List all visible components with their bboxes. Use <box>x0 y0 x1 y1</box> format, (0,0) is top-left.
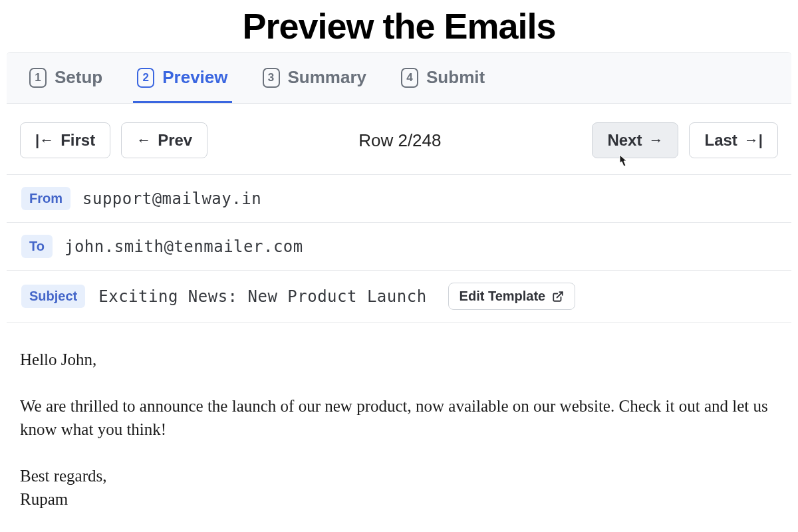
from-value: support@mailway.in <box>82 190 261 208</box>
to-value: john.smith@tenmailer.com <box>65 237 303 256</box>
last-icon: →| <box>744 133 763 148</box>
tab-summary[interactable]: 3 Summary <box>259 53 371 103</box>
tab-submit[interactable]: 4 Submit <box>397 53 489 103</box>
email-body-block: Hello John, We are thrilled to announce … <box>7 322 791 524</box>
tab-label: Preview <box>162 67 227 88</box>
pagination-row: |← First ← Prev Row 2/248 Next → Last →| <box>0 104 798 174</box>
prev-label: Prev <box>158 131 192 150</box>
step-number-badge: 2 <box>137 68 154 88</box>
first-label: First <box>61 131 95 150</box>
tab-label: Setup <box>55 67 102 88</box>
row-current: 2 <box>398 130 407 150</box>
last-button[interactable]: Last →| <box>689 122 778 158</box>
page-title: Preview the Emails <box>0 5 798 47</box>
to-label: To <box>21 235 53 258</box>
nav-group-right: Next → Last →| <box>592 122 778 158</box>
svg-line-0 <box>557 292 563 297</box>
row-total: 248 <box>412 130 441 150</box>
edit-template-label: Edit Template <box>460 289 546 304</box>
nav-group-left: |← First ← Prev <box>20 122 207 158</box>
subject-value: Exciting News: New Product Launch <box>98 287 426 306</box>
wizard-tabs-row: 1 Setup 2 Preview 3 Summary 4 Submit <box>25 53 773 103</box>
wizard-steps: 1 Setup 2 Preview 3 Summary 4 Submit <box>7 52 791 104</box>
last-label: Last <box>704 131 737 150</box>
row-prefix: Row <box>358 130 398 150</box>
from-row: From support@mailway.in <box>7 174 791 222</box>
from-label: From <box>21 187 70 210</box>
next-button[interactable]: Next → <box>592 122 678 158</box>
tab-label: Summary <box>288 67 367 88</box>
step-number-badge: 4 <box>401 68 418 88</box>
row-indicator: Row 2/248 <box>358 130 441 151</box>
edit-template-button[interactable]: Edit Template <box>448 283 576 310</box>
first-button[interactable]: |← First <box>20 122 110 158</box>
email-body: Hello John, We are thrilled to announce … <box>20 348 778 511</box>
step-number-badge: 3 <box>263 68 280 88</box>
tab-preview[interactable]: 2 Preview <box>133 53 231 103</box>
subject-label: Subject <box>21 285 85 308</box>
arrow-right-icon: → <box>648 133 663 148</box>
external-link-icon <box>552 291 564 303</box>
next-label: Next <box>607 131 642 150</box>
first-icon: |← <box>35 133 54 148</box>
to-row: To john.smith@tenmailer.com <box>7 222 791 270</box>
step-number-badge: 1 <box>29 68 47 88</box>
tab-label: Submit <box>426 67 485 88</box>
tab-setup[interactable]: 1 Setup <box>25 53 106 103</box>
subject-row: Subject Exciting News: New Product Launc… <box>7 270 791 322</box>
arrow-left-icon: ← <box>136 133 151 148</box>
prev-button[interactable]: ← Prev <box>121 122 207 158</box>
